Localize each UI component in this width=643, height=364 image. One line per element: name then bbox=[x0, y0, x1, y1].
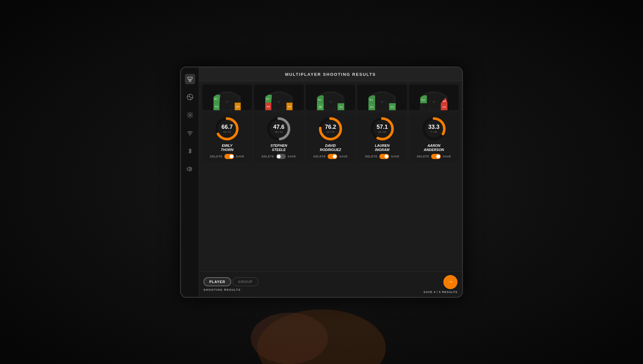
player-card-2: 47.6 10 / 21 STEPHEN STEELE DELETE SAVE bbox=[254, 113, 304, 162]
player-card-5: 33.3 7 / 21 AARON ANDERSON DELETE SAVE bbox=[409, 113, 459, 162]
svg-text:57.1: 57.1 bbox=[318, 99, 321, 101]
volume-icon[interactable] bbox=[185, 164, 195, 174]
delete-label-2: DELETE bbox=[262, 155, 274, 158]
save-toggle-3[interactable] bbox=[328, 154, 337, 159]
svg-text:16.3: 16.3 bbox=[443, 100, 446, 102]
tab-group: PLAYER GROUP bbox=[204, 277, 258, 286]
svg-text:71.4: 71.4 bbox=[266, 98, 269, 100]
next-arrow-icon: → bbox=[448, 279, 453, 285]
court-svg-4: 57.1 57.1 57.1 -- -- bbox=[357, 84, 407, 110]
sidebar: 35 bbox=[181, 67, 199, 297]
svg-text:--: -- bbox=[281, 91, 283, 93]
circle-inner-3: 76.2 16 / 21 bbox=[318, 116, 343, 142]
circle-5: 33.3 7 / 21 bbox=[421, 116, 447, 142]
tablet-device: 35 bbox=[180, 67, 463, 298]
player-1-fraction: 14 / 21 bbox=[223, 130, 231, 133]
svg-text:85.7: 85.7 bbox=[214, 98, 218, 100]
court-card-2: 28.6 42.9 71.4 -- -- bbox=[254, 84, 304, 110]
svg-point-1 bbox=[251, 313, 328, 364]
toggle-knob-5 bbox=[436, 155, 440, 158]
circle-1: 66.7 14 / 21 bbox=[214, 116, 240, 142]
save-label-1: SAVE bbox=[236, 155, 244, 158]
tab-player[interactable]: PLAYER bbox=[204, 277, 231, 286]
player-2-actions: DELETE SAVE bbox=[262, 154, 296, 159]
player-5-name: AARON ANDERSON bbox=[424, 144, 444, 152]
next-button[interactable]: → bbox=[443, 275, 457, 289]
court-card-1: 71.4 42.9 85.7 -- -- -- -- bbox=[202, 84, 252, 110]
main-content: MULTIPLAYER SHOOTING RESULTS bbox=[199, 67, 462, 297]
svg-text:28.6: 28.6 bbox=[267, 105, 270, 107]
basketball-nav-icon[interactable] bbox=[185, 92, 195, 102]
toggle-knob-3 bbox=[333, 155, 337, 158]
svg-text:14.3: 14.3 bbox=[443, 106, 446, 108]
players-section: 71.4 42.9 85.7 -- -- -- -- bbox=[199, 81, 462, 271]
player-stats-row: 66.7 14 / 21 EMILY THORN DELETE SAVE bbox=[202, 113, 459, 162]
player-5-actions: DELETE SAVE bbox=[417, 154, 451, 159]
circle-inner-1: 66.7 14 / 21 bbox=[214, 116, 240, 142]
circle-inner-2: 47.6 10 / 21 bbox=[266, 116, 292, 142]
delete-label-5: DELETE bbox=[417, 155, 429, 158]
court-diagrams-row: 71.4 42.9 85.7 -- -- -- -- bbox=[202, 84, 459, 110]
delete-label-1: DELETE bbox=[210, 155, 222, 158]
save-toggle-1[interactable] bbox=[224, 154, 234, 159]
settings-icon[interactable] bbox=[185, 110, 195, 120]
player-4-fraction: 12 / 21 bbox=[378, 130, 386, 133]
page-title: MULTIPLAYER SHOOTING RESULTS bbox=[285, 72, 376, 77]
player-2-name: STEPHEN STEELE bbox=[270, 144, 287, 152]
bluetooth-icon[interactable] bbox=[185, 146, 195, 156]
circle-3: 76.2 16 / 21 bbox=[318, 116, 343, 142]
player-1-actions: DELETE SAVE bbox=[210, 154, 244, 159]
circle-2: 47.6 10 / 21 bbox=[266, 116, 292, 142]
svg-text:--: -- bbox=[221, 95, 222, 97]
svg-text:57.1: 57.1 bbox=[370, 99, 373, 101]
save-label-3: SAVE bbox=[339, 155, 348, 158]
jersey-icon[interactable]: 35 bbox=[185, 74, 195, 84]
save-results-label: SAVE 4 / 5 RESULTS bbox=[423, 290, 457, 294]
player-3-actions: DELETE SAVE bbox=[313, 154, 348, 159]
save-label-4: SAVE bbox=[391, 155, 399, 158]
court-svg-3: 100 71.4 57.1 -- -- bbox=[306, 84, 356, 110]
player-2-fraction: 10 / 21 bbox=[275, 130, 283, 133]
svg-text:--: -- bbox=[230, 91, 231, 93]
player-4-name: LAUREN INGRAM bbox=[375, 144, 390, 152]
svg-text:--: -- bbox=[333, 91, 334, 93]
svg-text:71.4: 71.4 bbox=[215, 105, 218, 107]
delete-label-4: DELETE bbox=[365, 155, 378, 158]
tab-group-btn[interactable]: GROUP bbox=[232, 277, 258, 286]
toggle-knob-4 bbox=[385, 155, 388, 158]
save-toggle-4[interactable] bbox=[379, 154, 389, 159]
save-toggle-2[interactable] bbox=[276, 154, 286, 159]
save-label-2: SAVE bbox=[288, 155, 296, 158]
svg-text:71.4: 71.4 bbox=[339, 106, 342, 108]
svg-text:35: 35 bbox=[189, 79, 191, 81]
svg-text:--: -- bbox=[327, 91, 328, 93]
court-card-3: 100 71.4 57.1 -- -- bbox=[306, 84, 356, 110]
svg-text:--: -- bbox=[385, 91, 386, 93]
player-3-pct: 76.2 bbox=[325, 124, 336, 130]
svg-text:--: -- bbox=[433, 91, 435, 93]
player-5-pct: 33.3 bbox=[428, 124, 439, 130]
bottom-left: PLAYER GROUP SHOOTING RESULTS bbox=[204, 277, 258, 291]
court-card-5: 71.4 14.3 16.3 -- -- bbox=[409, 84, 459, 110]
svg-text:--: -- bbox=[275, 91, 276, 93]
player-card-4: 57.1 12 / 21 LAUREN INGRAM DELETE SAVE bbox=[357, 113, 407, 162]
player-2-pct: 47.6 bbox=[273, 124, 285, 130]
save-toggle-5[interactable] bbox=[431, 154, 441, 159]
circle-4: 57.1 12 / 21 bbox=[369, 116, 395, 142]
bottom-bar: PLAYER GROUP SHOOTING RESULTS → SAVE 4 /… bbox=[199, 271, 462, 297]
svg-text:--: -- bbox=[232, 95, 234, 97]
player-3-fraction: 16 / 21 bbox=[327, 130, 334, 133]
toggle-knob-2 bbox=[277, 155, 281, 158]
circle-inner-5: 33.3 7 / 21 bbox=[421, 116, 447, 142]
svg-text:--: -- bbox=[430, 91, 431, 93]
player-1-pct: 66.7 bbox=[222, 124, 233, 130]
court-svg-5: 71.4 14.3 16.3 -- -- bbox=[409, 84, 459, 110]
svg-marker-6 bbox=[187, 167, 190, 171]
shooting-results-label: SHOOTING RESULTS bbox=[204, 288, 258, 291]
wifi-icon[interactable] bbox=[185, 128, 195, 138]
player-4-actions: DELETE SAVE bbox=[365, 154, 399, 159]
save-label-5: SAVE bbox=[443, 155, 451, 158]
toggle-knob-1 bbox=[230, 155, 233, 158]
svg-text:42.9: 42.9 bbox=[288, 105, 291, 107]
court-svg-2: 28.6 42.9 71.4 -- -- bbox=[254, 84, 304, 110]
